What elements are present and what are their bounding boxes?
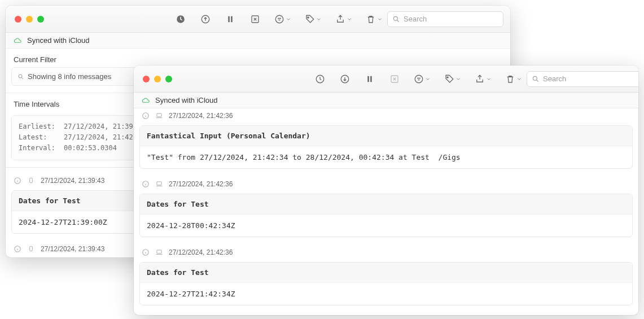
search-icon xyxy=(532,75,540,83)
ti-interval-label: Interval: xyxy=(19,143,64,154)
log-card-title: Dates for Test xyxy=(140,263,632,283)
log-timestamp: 27/12/2024, 21:42:36 xyxy=(169,112,233,120)
cloud-icon xyxy=(142,97,151,104)
search-box[interactable] xyxy=(527,71,638,87)
log-card-body: 2024-12-28T00:42:34Z xyxy=(140,215,632,237)
ti-earliest-label: Earliest: xyxy=(19,121,64,132)
search-box[interactable] xyxy=(387,11,503,27)
svg-rect-15 xyxy=(367,76,369,82)
ti-latest-label: Latest: xyxy=(19,132,64,143)
svg-rect-3 xyxy=(231,16,233,22)
log-timestamp: 27/12/2024, 21:42:36 xyxy=(169,248,233,256)
info-icon xyxy=(142,248,150,256)
svg-point-7 xyxy=(393,16,397,20)
log-meta-row: 27/12/2024, 21:42:36 xyxy=(134,177,638,191)
minimize-button[interactable] xyxy=(26,16,33,23)
ti-interval-value: 00:02:53.0304 xyxy=(64,143,117,154)
ti-latest-value: 27/12/2024, 21:42:36 xyxy=(64,132,146,143)
tag-dropdown[interactable] xyxy=(305,14,322,24)
traffic-lights xyxy=(15,16,44,23)
clock-icon[interactable] xyxy=(314,73,326,85)
sync-status-text: Synced with iCloud xyxy=(155,96,218,104)
log-card-title: Dates for Test xyxy=(140,194,632,215)
svg-point-5 xyxy=(275,15,283,23)
clock-icon[interactable] xyxy=(175,14,186,25)
current-filter-title: Current Filter xyxy=(6,49,510,67)
ti-earliest-value: 27/12/2024, 21:39:43 xyxy=(64,121,146,132)
sync-status-bar: Synced with iCloud xyxy=(134,93,638,108)
log-card-body: "Test" from 27/12/2024, 21:42:34 to 28/1… xyxy=(140,146,632,168)
sync-status-bar: Synced with iCloud xyxy=(6,33,510,49)
svg-rect-24 xyxy=(157,182,161,185)
traffic-lights xyxy=(143,76,172,82)
search-icon xyxy=(392,15,400,23)
svg-point-6 xyxy=(308,16,309,18)
log-meta-row: 27/12/2024, 21:42:36 xyxy=(134,108,638,123)
close-button[interactable] xyxy=(15,16,21,23)
share-dropdown[interactable] xyxy=(335,14,352,24)
log-timestamp: 27/12/2024, 21:39:43 xyxy=(41,245,104,253)
zoom-button[interactable] xyxy=(165,76,172,82)
toolbar xyxy=(314,73,522,85)
laptop-icon xyxy=(155,248,163,256)
filter-dropdown[interactable] xyxy=(274,14,291,24)
search-input[interactable] xyxy=(543,75,638,83)
titlebar xyxy=(6,6,510,33)
laptop-icon xyxy=(155,180,163,188)
svg-point-20 xyxy=(533,76,537,80)
log-timestamp: 27/12/2024, 21:39:43 xyxy=(41,177,104,185)
filter-text: Showing 8 info messages xyxy=(28,72,111,81)
svg-rect-26 xyxy=(157,250,161,254)
svg-rect-2 xyxy=(228,16,230,22)
window-front: Synced with iCloud 27/12/2024, 21:42:36 … xyxy=(134,65,638,315)
search-input[interactable] xyxy=(404,15,498,23)
device-icon xyxy=(27,177,35,185)
close-square-icon[interactable] xyxy=(389,73,400,85)
log-meta-row: 27/12/2024, 21:42:36 xyxy=(134,245,638,260)
upload-circle-icon[interactable] xyxy=(200,14,211,25)
info-icon xyxy=(142,112,150,120)
share-dropdown[interactable] xyxy=(475,74,492,84)
minimize-button[interactable] xyxy=(154,76,161,82)
cloud-icon xyxy=(14,37,23,44)
svg-rect-12 xyxy=(30,246,33,251)
close-button[interactable] xyxy=(143,76,150,82)
log-card-title: Fantastical Input (Personal Calendar) xyxy=(140,126,632,146)
log-timestamp: 27/12/2024, 21:42:36 xyxy=(169,180,233,188)
laptop-icon xyxy=(155,112,163,120)
log-card[interactable]: Dates for Test 2024-12-27T21:42:34Z xyxy=(139,262,633,305)
sync-status-text: Synced with iCloud xyxy=(27,36,90,45)
toolbar xyxy=(175,14,383,25)
svg-point-19 xyxy=(447,76,448,77)
trash-dropdown[interactable] xyxy=(366,14,383,24)
trash-dropdown[interactable] xyxy=(505,74,522,84)
info-icon xyxy=(142,180,150,188)
info-icon xyxy=(14,177,21,185)
pause-icon[interactable] xyxy=(225,14,236,25)
search-small-icon xyxy=(17,73,24,80)
device-icon xyxy=(27,245,35,253)
svg-rect-22 xyxy=(157,113,161,117)
close-square-icon[interactable] xyxy=(249,14,261,25)
pause-icon[interactable] xyxy=(364,73,375,85)
svg-point-8 xyxy=(19,75,22,78)
download-circle-icon[interactable] xyxy=(339,73,351,85)
tag-dropdown[interactable] xyxy=(444,74,461,84)
filter-dropdown[interactable] xyxy=(414,74,431,84)
titlebar xyxy=(134,65,638,93)
svg-rect-16 xyxy=(370,76,372,82)
zoom-button[interactable] xyxy=(37,16,44,23)
svg-point-18 xyxy=(415,75,423,83)
svg-rect-10 xyxy=(30,178,33,182)
log-card[interactable]: Fantastical Input (Personal Calendar) "T… xyxy=(139,125,633,169)
info-icon xyxy=(14,245,21,253)
log-card-body: 2024-12-27T21:42:34Z xyxy=(140,283,632,305)
log-card[interactable]: Dates for Test 2024-12-28T00:42:34Z xyxy=(139,194,633,237)
